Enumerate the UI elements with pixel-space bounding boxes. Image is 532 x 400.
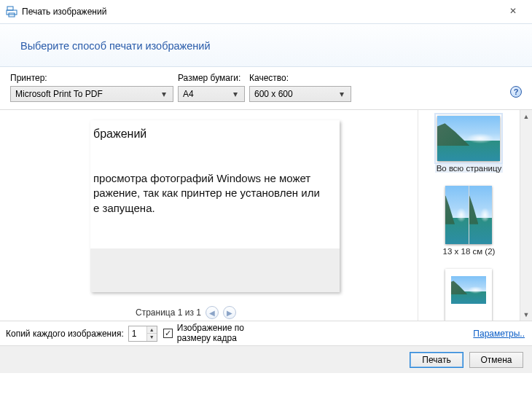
preview-doc-body: просмотра фотографий Windows не может ра… [90,141,340,216]
controls-row: Принтер: Microsoft Print To PDF ▾ Размер… [0,67,532,102]
printer-label: Принтер: [10,73,173,83]
help-icon: ? [514,87,519,96]
spin-up-button[interactable]: ▲ [147,326,157,334]
svg-rect-1 [7,10,17,15]
layout-thumb-full [437,116,500,161]
chevron-down-icon: ▾ [230,89,241,99]
paper-size-dropdown[interactable]: A4 ▾ [178,86,245,102]
page-heading: Выберите способ печати изображений [20,40,517,52]
landscape-image-icon [437,116,500,161]
parameters-link[interactable]: Параметры.. [473,329,525,339]
layout-option[interactable]: 20 x 25 см (1) [440,267,498,321]
spin-down-button[interactable]: ▼ [147,333,157,341]
titlebar: Печать изображений ✕ [0,0,532,23]
help-button[interactable]: ? [510,86,522,98]
caret-down-icon: ▼ [523,311,530,318]
quality-group: Качество: 600 x 600 ▾ [249,73,351,102]
landscape-image-icon [445,186,469,244]
preview-page: бражений просмотра фотографий Windows не… [90,120,340,292]
print-app-icon [6,6,17,17]
copies-spinbox[interactable]: ▲ ▼ [128,326,157,342]
chevron-left-icon: ◀ [209,309,215,317]
printer-dropdown[interactable]: Microsoft Print To PDF ▾ [10,86,173,102]
layout-thumb-two-up [445,186,492,244]
footer-options: Копий каждого изображения: ▲ ▼ ✓ Изображ… [0,321,532,345]
footer-buttons: Печать Отмена [0,345,532,373]
layouts-wrap: Во всю страницу13 x 18 см (2)20 x 25 см … [418,110,532,321]
mid-section: бражений просмотра фотографий Windows не… [0,109,532,321]
print-button[interactable]: Печать [410,352,463,368]
preview-pane: бражений просмотра фотографий Windows не… [0,110,418,321]
layout-caption: 13 x 18 см (2) [442,247,497,256]
fit-frame-label: Изображение по размеру кадра [177,323,265,342]
caret-down-icon: ▼ [149,334,154,340]
printer-group: Принтер: Microsoft Print To PDF ▾ [10,73,173,102]
page-nav-buttons: ◀ ▶ [206,306,236,319]
printer-value: Microsoft Print To PDF [15,89,158,99]
layouts-pane: Во всю страницу13 x 18 см (2)20 x 25 см … [418,110,520,321]
window-close-button[interactable]: ✕ [498,2,528,20]
cancel-button[interactable]: Отмена [469,352,523,368]
layouts-scrollbar[interactable]: ▲ ▼ [520,110,532,321]
window-title: Печать изображений [22,7,106,17]
chevron-down-icon: ▾ [336,89,348,99]
quality-label: Качество: [249,73,351,83]
page-counter: Страница 1 из 1 [136,307,201,318]
caret-up-icon: ▲ [523,113,530,120]
svg-rect-0 [7,7,13,10]
header-band: Выберите способ печати изображений [0,23,532,67]
preview-line1: просмотра фотографий Windows не может [93,172,310,184]
paper-size-label: Размер бумаги: [178,73,245,83]
fit-frame-checkbox[interactable]: ✓ [163,329,173,338]
paper-size-group: Размер бумаги: A4 ▾ [178,73,245,102]
layout-thumb-single [445,269,492,321]
preview-doc-title: бражений [90,120,340,141]
landscape-image-icon [469,186,492,244]
scroll-down-button[interactable]: ▼ [520,308,532,321]
preview-line2: ражение, так как принтер не установлен и… [93,187,320,199]
scroll-up-button[interactable]: ▲ [520,110,532,122]
quality-value: 600 x 600 [254,89,336,99]
layout-option[interactable]: 13 x 18 см (2) [440,184,498,257]
quality-dropdown[interactable]: 600 x 600 ▾ [249,86,351,102]
preview-line3: е запущена. [93,202,155,214]
layout-option[interactable]: Во всю страницу [434,114,505,174]
caret-up-icon: ▲ [149,327,154,332]
next-page-button[interactable]: ▶ [223,306,236,319]
spin-buttons: ▲ ▼ [146,326,157,341]
paper-size-value: A4 [183,89,230,99]
check-icon: ✓ [165,329,171,338]
copies-input[interactable] [129,326,146,341]
chevron-right-icon: ▶ [227,309,232,317]
prev-page-button[interactable]: ◀ [206,306,219,319]
close-icon: ✕ [509,6,517,16]
chevron-down-icon: ▾ [158,89,170,99]
copies-label: Копий каждого изображения: [6,329,124,339]
landscape-image-icon [451,276,486,304]
layout-caption: Во всю страницу [435,164,504,173]
preview-greyband [90,248,340,292]
